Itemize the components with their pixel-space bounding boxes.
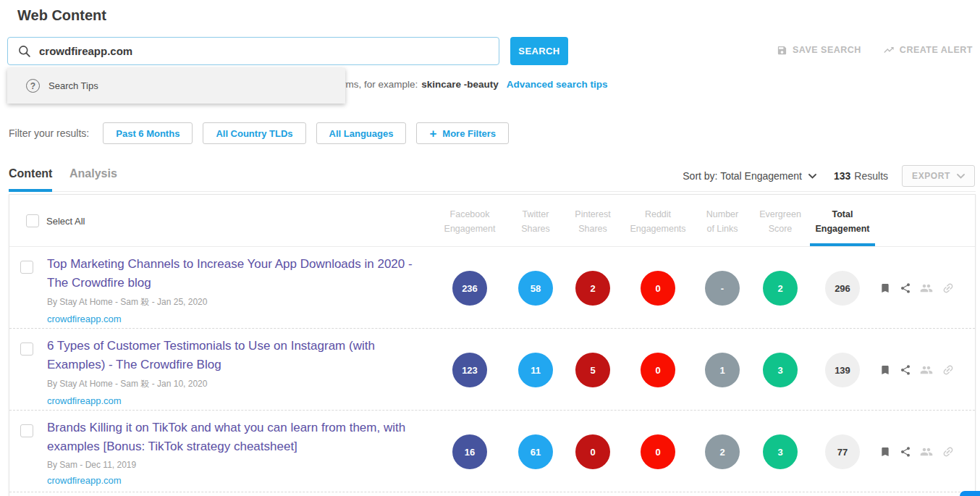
results-toolbar: Sort by: Total Engagement 133Results EXP…	[683, 165, 975, 187]
pinterest-shares-badge: 2	[575, 271, 610, 306]
export-button[interactable]: EXPORT	[902, 165, 975, 187]
twitter-shares-badge: 11	[518, 353, 553, 387]
backlinks-icon[interactable]	[942, 282, 955, 295]
evergreen-score-badge: 3	[763, 434, 798, 469]
column-header-facebook-engagement[interactable]: FacebookEngagement	[434, 207, 506, 236]
search-icon	[18, 45, 31, 58]
results-table: Select All FacebookEngagement TwitterSha…	[9, 194, 976, 496]
results-count-group: 133Results	[834, 170, 888, 182]
number-of-links-badge: 1	[705, 353, 740, 387]
active-tab-indicator	[9, 189, 52, 192]
search-helper-text: rms, for example: skincare -beauty Advan…	[342, 79, 607, 90]
share-icon[interactable]	[900, 446, 911, 458]
reddit-engagements-badge: 0	[641, 353, 675, 387]
pinterest-shares-badge: 5	[575, 353, 610, 387]
chat-widget-bubble[interactable]	[960, 491, 980, 496]
article-byline: By Sam - Dec 11, 2019	[47, 460, 427, 470]
row-checkbox[interactable]	[20, 342, 33, 356]
filter-bar-label: Filter your results:	[9, 127, 89, 139]
chevron-down-icon	[808, 174, 816, 179]
helper-example: skincare -beauty	[421, 79, 499, 90]
select-all-control[interactable]: Select All	[19, 214, 85, 227]
article-byline: By Stay At Home - Sam 殺 - Jan 10, 2020	[47, 378, 427, 390]
trending-up-icon	[883, 44, 895, 56]
facebook-engagement-badge: 123	[452, 353, 487, 387]
share-icon[interactable]	[900, 282, 911, 294]
help-icon: ?	[26, 79, 40, 93]
filter-bar: Filter your results: Past 6 Months All C…	[9, 122, 519, 144]
save-icon	[777, 45, 787, 56]
pinterest-shares-badge: 0	[575, 434, 610, 469]
more-filters-label: More Filters	[442, 128, 496, 139]
bookmark-icon[interactable]	[879, 282, 891, 294]
shared-by-users-icon[interactable]	[920, 363, 933, 377]
search-input-wrapper	[7, 37, 499, 65]
reddit-engagements-badge: 0	[641, 271, 675, 306]
create-alert-label: CREATE ALERT	[900, 45, 973, 55]
chevron-down-icon	[957, 174, 965, 179]
tab-analysis[interactable]: Analysis	[69, 167, 117, 180]
create-alert-button[interactable]: CREATE ALERT	[883, 44, 973, 56]
select-all-label: Select All	[46, 216, 85, 227]
bookmark-icon[interactable]	[879, 364, 891, 376]
article-title-link[interactable]: Brands Killing it on TikTok and what you…	[47, 419, 427, 456]
bookmark-icon[interactable]	[879, 446, 891, 458]
more-filters-button[interactable]: + More Filters	[416, 122, 509, 144]
sort-by-dropdown[interactable]: Sort by: Total Engagement	[683, 170, 816, 182]
number-of-links-badge: -	[705, 271, 740, 306]
save-search-button[interactable]: SAVE SEARCH	[777, 45, 861, 56]
save-search-label: SAVE SEARCH	[793, 45, 861, 55]
table-row: 6 Types of Customer Testimonials to Use …	[9, 329, 975, 411]
article-title-link[interactable]: 6 Types of Customer Testimonials to Use …	[47, 337, 427, 374]
twitter-shares-badge: 58	[518, 271, 553, 306]
table-header-row: Select All FacebookEngagement TwitterSha…	[9, 195, 975, 247]
page-title: Web Content	[17, 7, 106, 24]
search-button[interactable]: SEARCH	[510, 37, 568, 65]
article-title-link[interactable]: Top Marketing Channels to Increase Your …	[47, 255, 427, 293]
article-domain-link[interactable]: crowdfireapp.com	[47, 314, 122, 324]
share-icon[interactable]	[900, 364, 911, 376]
backlinks-icon[interactable]	[942, 445, 955, 458]
article-byline: By Stay At Home - Sam 殺 - Jan 25, 2020	[47, 296, 427, 308]
row-checkbox[interactable]	[20, 261, 33, 274]
sort-by-label: Sort by: Total Engagement	[683, 170, 802, 182]
total-engagement-badge: 296	[825, 271, 860, 306]
reddit-engagements-badge: 0	[641, 434, 675, 469]
export-label: EXPORT	[912, 171, 950, 181]
select-all-checkbox[interactable]	[26, 214, 39, 227]
row-checkbox[interactable]	[20, 424, 33, 437]
twitter-shares-badge: 61	[518, 434, 553, 469]
search-tips-label: Search Tips	[48, 80, 98, 91]
tab-content[interactable]: Content	[9, 167, 52, 180]
advanced-search-tips-link[interactable]: Advanced search tips	[507, 79, 608, 90]
results-label: Results	[854, 170, 888, 182]
tabs-divider	[9, 191, 976, 192]
total-engagement-badge: 77	[825, 434, 860, 469]
filter-date-range-button[interactable]: Past 6 Months	[103, 122, 193, 144]
backlinks-icon[interactable]	[942, 363, 955, 377]
column-header-total-engagement[interactable]: TotalEngagement	[806, 207, 879, 236]
evergreen-score-badge: 2	[763, 271, 798, 306]
evergreen-score-badge: 3	[763, 353, 798, 387]
filter-country-tlds-button[interactable]: All Country TLDs	[203, 122, 305, 144]
column-header-reddit-engagements[interactable]: RedditEngagements	[622, 207, 694, 236]
number-of-links-badge: 2	[705, 434, 740, 469]
facebook-engagement-badge: 16	[452, 434, 487, 469]
article-domain-link[interactable]: crowdfireapp.com	[47, 395, 122, 406]
web-content-page: { "page": { "title": "Web Content" }, "s…	[0, 0, 980, 496]
active-sort-column-indicator	[810, 243, 875, 246]
table-row: Top Marketing Channels to Increase Your …	[9, 247, 975, 329]
search-tips-dropdown[interactable]: ? Search Tips	[7, 68, 345, 104]
helper-fragment: rms, for example:	[342, 79, 418, 90]
results-count: 133	[834, 170, 850, 182]
column-header-pinterest-shares[interactable]: PinterestShares	[557, 207, 629, 236]
facebook-engagement-badge: 236	[452, 271, 487, 306]
search-input[interactable]	[39, 45, 491, 57]
shared-by-users-icon[interactable]	[920, 282, 933, 295]
filter-languages-button[interactable]: All Languages	[316, 122, 407, 144]
total-engagement-badge: 139	[825, 353, 860, 387]
shared-by-users-icon[interactable]	[920, 445, 933, 458]
article-domain-link[interactable]: crowdfireapp.com	[47, 475, 122, 486]
table-row: Brands Killing it on TikTok and what you…	[9, 411, 975, 492]
column-header-evergreen-score[interactable]: EvergreenScore	[744, 207, 816, 236]
